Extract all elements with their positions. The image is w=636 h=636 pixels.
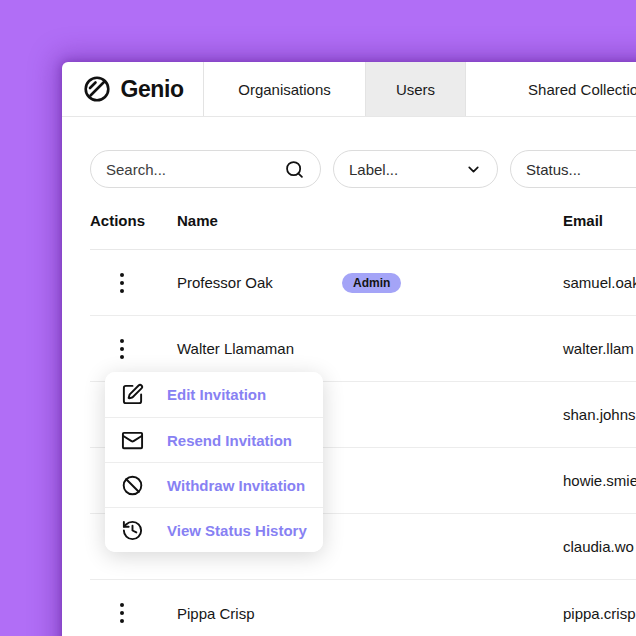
menu-item-view-status-history[interactable]: View Status History [105, 507, 323, 552]
user-email: shan.johns [563, 406, 636, 423]
edit-icon [121, 383, 144, 406]
tab-shared-collections-label: Shared Collections [528, 81, 636, 98]
status-filter-placeholder: Status... [526, 161, 581, 178]
ban-icon [121, 474, 144, 497]
search-input[interactable] [106, 161, 284, 178]
row-actions-kebab-icon[interactable] [110, 268, 134, 298]
admin-badge: Admin [342, 273, 401, 293]
menu-item-label: View Status History [167, 522, 307, 539]
search-box[interactable] [90, 150, 321, 188]
user-email: claudia.wo [563, 538, 636, 555]
row-actions-kebab-icon[interactable] [110, 598, 134, 628]
label-filter-dropdown[interactable]: Label... [333, 150, 498, 188]
user-name: Pippa Crisp [177, 605, 342, 622]
user-email: samuel.oak [563, 274, 636, 291]
user-name: Professor Oak [177, 274, 342, 291]
table-row: Professor Oak Admin samuel.oak [90, 250, 636, 316]
row-actions-context-menu: Edit Invitation Resend Invitation Withdr… [105, 372, 323, 552]
genio-logo-icon [81, 73, 113, 105]
header-email: Email [563, 212, 636, 229]
menu-item-label: Edit Invitation [167, 386, 266, 403]
table-header-row: Actions Name Email [90, 212, 636, 250]
app-window: Genio Organisations Users Shared Collect… [62, 62, 636, 636]
menu-item-resend-invitation[interactable]: Resend Invitation [105, 417, 323, 462]
status-filter-dropdown[interactable]: Status... [510, 150, 636, 188]
tab-organisations[interactable]: Organisations [204, 62, 366, 116]
menu-item-label: Withdraw Invitation [167, 477, 305, 494]
table-row: Pippa Crisp pippa.crisp [90, 580, 636, 636]
chevron-down-icon [465, 161, 482, 178]
filter-bar: Label... Status... [90, 150, 636, 188]
menu-item-label: Resend Invitation [167, 432, 292, 449]
tab-shared-collections[interactable]: Shared Collections [466, 62, 636, 116]
tab-users[interactable]: Users [366, 62, 466, 116]
menu-item-withdraw-invitation[interactable]: Withdraw Invitation [105, 462, 323, 507]
brand-logo[interactable]: Genio [62, 62, 204, 116]
header-actions: Actions [90, 212, 177, 229]
user-name: Walter Llamaman [177, 340, 342, 357]
top-navigation-bar: Genio Organisations Users Shared Collect… [62, 62, 636, 117]
header-name: Name [177, 212, 563, 229]
mail-icon [121, 429, 144, 452]
tab-organisations-label: Organisations [238, 81, 331, 98]
row-actions-kebab-icon[interactable] [110, 334, 134, 364]
menu-item-edit-invitation[interactable]: Edit Invitation [105, 372, 323, 417]
search-icon[interactable] [284, 159, 305, 180]
brand-name: Genio [120, 76, 183, 103]
user-email: walter.llam [563, 340, 636, 357]
history-icon [121, 519, 144, 542]
label-filter-placeholder: Label... [349, 161, 398, 178]
tab-users-label: Users [396, 81, 435, 98]
user-email: howie.smie [563, 472, 636, 489]
user-email: pippa.crisp [563, 605, 636, 622]
